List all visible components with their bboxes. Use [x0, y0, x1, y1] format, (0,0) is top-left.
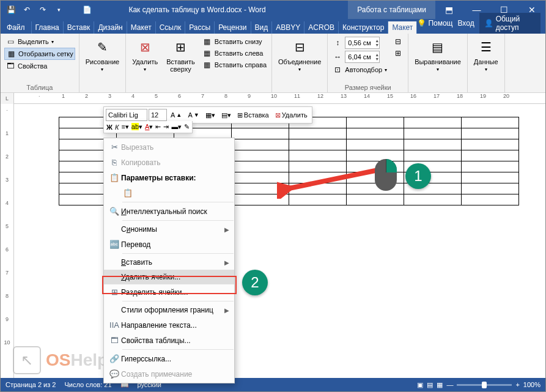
clipboard-icon: 📋 — [108, 173, 121, 182]
draw-table-button[interactable]: ✎Рисование▾ — [83, 36, 122, 73]
select-button[interactable]: ▭Выделить ▾ — [4, 36, 75, 47]
row-height[interactable]: ↕▲▼ — [331, 36, 388, 50]
align-icon: ▤ — [428, 37, 448, 57]
view-print-icon[interactable]: ▤ — [427, 381, 433, 389]
tab-home[interactable]: Главна — [32, 21, 64, 34]
ctx-paste-option-1[interactable]: 📋 — [104, 185, 234, 201]
comment-icon: 💬 — [108, 369, 121, 379]
ctx-cut[interactable]: ✂Вырезать — [104, 139, 234, 155]
zoom-slider[interactable] — [457, 384, 512, 386]
ruler-corner: L — [1, 93, 14, 104]
lightbulb-icon: 💡 — [417, 19, 426, 28]
tab-view[interactable]: Вид — [251, 21, 273, 34]
insert-col-icon: ⊞ — [237, 111, 243, 119]
save-icon[interactable]: 💾 — [4, 2, 18, 17]
bold-button[interactable]: Ж — [106, 124, 113, 131]
dist-rows-icon: ⊟ — [393, 37, 403, 46]
align-button[interactable]: ≡▾ — [121, 123, 128, 131]
mini-toolbar-row2: Ж К ≡▾ ab▾ A▾ ⇤ ⇥ ▬▾ ✎ — [103, 121, 193, 133]
zoom-level[interactable]: 100% — [523, 381, 540, 388]
properties-button[interactable]: 🗔Свойства — [4, 61, 75, 72]
ctx-border-styles[interactable]: Стили оформления границ▶ — [104, 303, 234, 317]
tab-mailings[interactable]: Рассы — [185, 21, 215, 34]
tab-review[interactable]: Рецензи — [215, 21, 251, 34]
mini-cell-align-button[interactable]: ▤▾ — [219, 110, 234, 120]
distribute-rows-button[interactable]: ⊟ — [392, 36, 404, 47]
autofit-button[interactable]: ⊡Автоподбор ▾ — [331, 64, 388, 75]
tab-file[interactable]: Файл — [1, 21, 32, 34]
insert-right-button[interactable]: ▦Вставить справа — [201, 59, 268, 70]
tab-design[interactable]: Дизайн — [94, 21, 127, 34]
badge-2: 2 — [242, 270, 268, 295]
highlight-button[interactable]: ab▾ — [131, 123, 142, 131]
data-icon: ☰ — [476, 37, 496, 57]
italic-button[interactable]: К — [115, 124, 119, 131]
ctx-copy[interactable]: ⎘Копировать — [104, 155, 234, 170]
page[interactable]: A▲ A▼ ▦▾ ▤▾ ⊞Вставка ⊠Удалить Ж К ≡▾ ab▾… — [14, 104, 545, 383]
tab-references[interactable]: Ссылк — [156, 21, 186, 34]
view-gridlines-button[interactable]: ▦Отобразить сетку — [4, 48, 75, 60]
mini-insert-button[interactable]: ⊞Вставка — [235, 110, 271, 120]
ctx-split-cells[interactable]: ⊞Разделить ячейки... — [104, 284, 234, 300]
shading-button[interactable]: ▬▾ — [171, 123, 182, 131]
format-painter-button[interactable]: ✎ — [184, 123, 190, 131]
insert-below-button[interactable]: ▦Вставить снизу — [201, 36, 268, 47]
ctx-insert[interactable]: Вставить▶ — [104, 255, 234, 270]
ctx-text-direction[interactable]: IIAНаправление текста... — [104, 317, 234, 333]
tab-table-design[interactable]: Конструктор — [339, 21, 388, 34]
vertical-ruler[interactable]: ·12345678910 — [1, 104, 14, 383]
tab-insert[interactable]: Вставк — [64, 21, 95, 34]
mini-borders-button[interactable]: ▦▾ — [203, 110, 218, 120]
ctx-delete-cells[interactable]: Удалить ячейки... — [104, 270, 234, 284]
height-input[interactable] — [345, 39, 375, 46]
width-input[interactable] — [345, 53, 375, 61]
alignment-button[interactable]: ▤Выравнивание▾ — [412, 36, 463, 73]
zoom-in-button[interactable]: + — [515, 381, 519, 388]
view-web-icon[interactable]: ▦ — [437, 381, 443, 389]
merge-button[interactable]: ⊟Объединение▾ — [276, 36, 323, 73]
ctx-hyperlink[interactable]: 🔗Гиперссылка... — [104, 351, 234, 366]
tell-me[interactable]: 💡Помощ — [417, 19, 452, 28]
font-family-select[interactable] — [106, 109, 147, 121]
page-number[interactable]: Страница 2 из 2 — [6, 381, 56, 388]
mini-delete-button[interactable]: ⊠Удалить — [273, 110, 310, 120]
insert-left-icon: ▦ — [202, 48, 212, 58]
tab-acrobat[interactable]: ACROB — [304, 21, 339, 34]
undo-icon[interactable]: ↶ — [20, 2, 34, 17]
svg-line-0 — [286, 168, 387, 189]
distribute-cols-button[interactable]: ⊞ — [392, 48, 404, 59]
ctx-synonyms[interactable]: Синонимы▶ — [104, 222, 234, 237]
badge-1: 1 — [405, 163, 431, 189]
autofit-icon: ⊡ — [333, 65, 342, 75]
ctx-smart-lookup[interactable]: 🔍Интеллектуальный поиск — [104, 204, 234, 219]
font-color-button[interactable]: A▾ — [145, 123, 153, 131]
sign-in[interactable]: Вход — [457, 19, 474, 28]
shrink-font-button[interactable]: A▼ — [185, 110, 201, 120]
insert-left-button[interactable]: ▦Вставить слева — [201, 48, 268, 59]
zoom-out-button[interactable]: — — [446, 381, 453, 388]
grow-font-button[interactable]: A▲ — [168, 110, 184, 120]
height-icon: ↕ — [333, 38, 342, 48]
group-draw: ✎Рисование▾ — [79, 34, 126, 92]
indent-dec-button[interactable]: ⇤ — [155, 123, 161, 131]
indent-inc-button[interactable]: ⇥ — [163, 123, 169, 131]
share-button[interactable]: 👤Общий доступ — [479, 13, 540, 34]
delete-button[interactable]: ⊠Удалить▾ — [130, 36, 160, 73]
tab-table-layout[interactable]: Макет — [388, 21, 417, 34]
tab-layout[interactable]: Макет — [127, 21, 156, 34]
ctx-table-props[interactable]: 🗔Свойства таблицы... — [104, 333, 234, 348]
horizontal-ruler[interactable]: ·1234567891011121314151617181920 — [14, 93, 545, 104]
delete-table-icon: ⊠ — [135, 37, 155, 57]
ctx-translate[interactable]: 🔤Перевод — [104, 237, 234, 252]
tab-abbyy[interactable]: ABBYY — [272, 21, 304, 34]
font-size-select[interactable] — [149, 109, 167, 121]
props-icon: 🗔 — [6, 61, 15, 71]
ctx-new-comment[interactable]: 💬Создать примечание — [104, 366, 234, 382]
pencil-icon: ✎ — [92, 37, 112, 57]
data-button[interactable]: ☰Данные▾ — [471, 36, 501, 73]
redo-icon[interactable]: ↷ — [35, 2, 50, 17]
insert-above-button[interactable]: ⊞Вставить сверху — [164, 36, 197, 74]
view-read-icon[interactable]: ▣ — [417, 381, 423, 389]
cursor-icon: ▭ — [6, 37, 15, 46]
col-width[interactable]: ↔▲▼ — [331, 50, 388, 64]
